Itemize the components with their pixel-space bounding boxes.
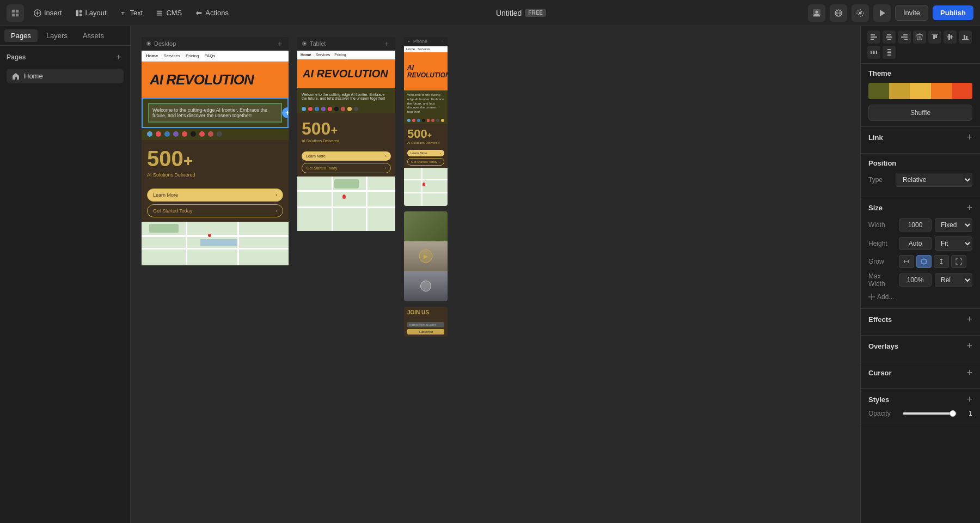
globe-icon-button[interactable] — [830, 4, 847, 22]
opacity-row: Opacity 1 — [868, 410, 972, 417]
max-width-mode-select[interactable]: Rel Px — [935, 273, 972, 287]
size-section: Size + Width Fixed Fill Fit Height Fit F… — [861, 197, 980, 309]
theme-swatches — [868, 83, 972, 99]
width-mode-select[interactable]: Fixed Fill Fit — [935, 218, 972, 232]
desktop-content: Home Services Pricing FAQs AI REVOLUTION… — [142, 51, 289, 265]
effects-add-button[interactable]: + — [966, 314, 972, 324]
learn-more-btn-desktop[interactable]: Learn More › — [147, 188, 283, 202]
theme-swatch-1[interactable] — [868, 83, 889, 99]
theme-swatch-3[interactable] — [910, 83, 930, 99]
get-started-btn-tablet[interactable]: Get Started Today › — [302, 163, 391, 173]
learn-more-btn-tablet[interactable]: Learn More › — [302, 151, 391, 161]
actions-button[interactable]: Actions — [189, 6, 234, 20]
phone-stats: 500 + AI Solutions Delivered — [404, 124, 448, 148]
max-width-input[interactable] — [899, 273, 932, 287]
settings-icon-button[interactable] — [852, 4, 869, 22]
size-add-button[interactable]: + — [966, 203, 972, 212]
tab-assets[interactable]: Assets — [76, 29, 111, 42]
delete-button[interactable] — [913, 31, 926, 44]
get-started-btn-desktop[interactable]: Get Started Today › — [147, 204, 283, 217]
tablet-close-button[interactable]: + — [382, 39, 391, 48]
logo-button[interactable] — [7, 4, 24, 22]
opacity-slider[interactable] — [903, 412, 957, 415]
svg-rect-32 — [901, 37, 908, 38]
width-input[interactable] — [899, 218, 932, 232]
desktop-device-header: Desktop + — [142, 37, 289, 51]
cms-button[interactable]: CMS — [150, 6, 187, 20]
svg-rect-50 — [887, 49, 891, 50]
height-input[interactable] — [899, 237, 932, 250]
svg-rect-42 — [948, 34, 950, 40]
desktop-map — [142, 222, 289, 265]
desktop-hero: AI REVOLUTION — [142, 62, 289, 98]
phone-nav: HomeServices — [404, 46, 448, 52]
svg-rect-52 — [887, 52, 891, 53]
profile-icon-button[interactable] — [808, 4, 825, 22]
cursor-section: Cursor + — [861, 362, 980, 389]
svg-rect-45 — [964, 35, 965, 39]
phone-column: Phone + HomeServices AI REVOLUTION Welco… — [404, 37, 448, 337]
learn-more-btn-phone[interactable]: Learn More › — [407, 150, 444, 156]
align-bottom-button[interactable] — [959, 31, 972, 44]
tab-layers[interactable]: Layers — [40, 29, 74, 42]
link-add-button[interactable]: + — [966, 132, 972, 142]
layout-button[interactable]: Layout — [70, 6, 112, 20]
phone-frame-2: ▶ — [404, 211, 448, 301]
home-page-item[interactable]: Home — [7, 69, 124, 83]
svg-rect-5 — [79, 13, 81, 15]
grow-horizontal-button[interactable] — [899, 255, 914, 268]
svg-rect-49 — [873, 51, 875, 54]
svg-rect-25 — [871, 34, 875, 35]
theme-swatch-2[interactable] — [889, 83, 910, 99]
text-button[interactable]: T Text — [114, 6, 149, 20]
tablet-map — [297, 177, 395, 231]
svg-rect-4 — [79, 10, 81, 12]
cursor-add-button[interactable]: + — [966, 368, 972, 378]
styles-section: Styles + Opacity 1 — [861, 389, 980, 423]
theme-swatch-4[interactable] — [931, 83, 952, 99]
align-top-button[interactable] — [928, 31, 941, 44]
desktop-close-button[interactable]: + — [275, 39, 284, 48]
desktop-social-row — [142, 128, 289, 140]
styles-add-button[interactable]: + — [966, 394, 972, 404]
get-started-btn-phone[interactable]: Get Started Today › — [407, 158, 444, 166]
desktop-btns: Learn More › Get Started Today › — [142, 184, 289, 222]
height-row: Height Fit Fixed Fill — [868, 236, 972, 251]
desktop-text-block[interactable]: Welcome to the cutting-edge AI frontier.… — [142, 98, 289, 128]
svg-text:T: T — [121, 10, 124, 16]
phone-body: Welcome to the cutting-edge AI frontier.… — [404, 90, 448, 117]
insert-button[interactable]: Insert — [28, 6, 68, 20]
svg-rect-31 — [903, 34, 908, 35]
tab-pages[interactable]: Pages — [4, 29, 38, 42]
add-constraint-button[interactable]: Add... — [868, 291, 972, 303]
grow-fit-button[interactable] — [951, 255, 966, 268]
align-center-button[interactable] — [883, 31, 896, 44]
overlays-section: Overlays + — [861, 336, 980, 362]
position-type-row: Type Relative Absolute Fixed — [868, 173, 972, 187]
svg-rect-35 — [918, 34, 921, 35]
svg-rect-29 — [886, 37, 892, 38]
invite-button[interactable]: Invite — [895, 5, 928, 21]
add-page-button[interactable]: + — [114, 52, 124, 62]
distribute-h-button[interactable] — [867, 46, 880, 59]
align-middle-button[interactable] — [944, 31, 957, 44]
canvas-area[interactable]: Desktop + Home Services Pricing FAQs AI … — [131, 26, 860, 523]
phone-join: JOIN US — [404, 307, 448, 318]
grow-both-button[interactable] — [916, 255, 932, 268]
theme-swatch-5[interactable] — [952, 83, 972, 99]
height-mode-select[interactable]: Fit Fixed Fill — [935, 236, 972, 251]
position-type-select[interactable]: Relative Absolute Fixed — [896, 173, 972, 187]
sidebar-tabs: Pages Layers Assets — [0, 26, 130, 46]
shuffle-button[interactable]: Shuffle — [868, 105, 972, 121]
tablet-device-header: Tablet + — [297, 37, 395, 51]
distribute-v-button[interactable] — [883, 46, 896, 59]
grow-vertical-button[interactable] — [934, 255, 949, 268]
svg-point-11 — [815, 10, 818, 13]
align-right-button[interactable] — [898, 31, 911, 44]
overlays-add-button[interactable]: + — [966, 341, 972, 351]
desktop-nav: Home Services Pricing FAQs — [142, 51, 289, 62]
svg-rect-9 — [157, 14, 163, 15]
play-button[interactable] — [873, 4, 891, 22]
publish-button[interactable]: Publish — [933, 5, 973, 20]
align-left-button[interactable] — [867, 31, 880, 44]
